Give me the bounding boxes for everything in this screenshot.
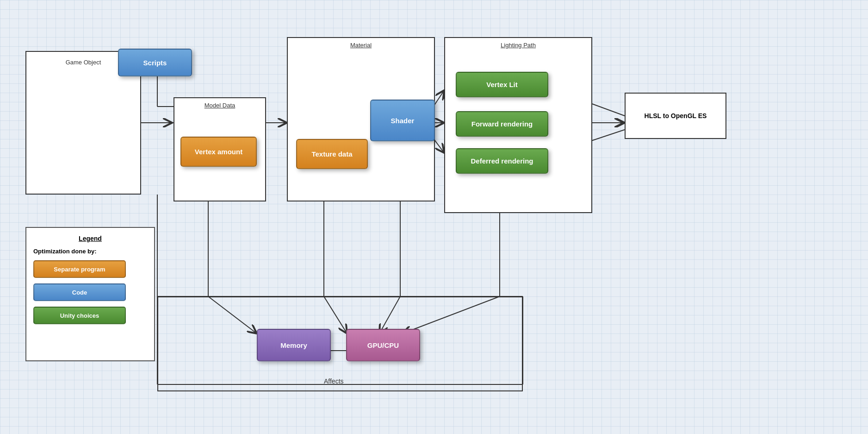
- deferred-rendering-node: Deferred rendering: [456, 148, 548, 174]
- legend-item-separate: Separate program: [33, 260, 126, 278]
- material-label: Material: [350, 42, 372, 49]
- legend-subtitle: Optimization done by:: [33, 248, 147, 255]
- vertex-lit-label: Vertex Lit: [486, 81, 518, 88]
- hlsl-box: HLSL to OpenGL ES: [625, 93, 726, 139]
- legend-item-code: Code: [33, 283, 126, 301]
- vertex-lit-node: Vertex Lit: [456, 72, 548, 97]
- texture-data-label: Texture data: [311, 150, 352, 158]
- texture-data-node: Texture data: [296, 139, 368, 169]
- hlsl-label: HLSL to OpenGL ES: [645, 112, 707, 120]
- shader-label: Shader: [391, 117, 415, 125]
- forward-rendering-label: Forward rendering: [471, 120, 533, 128]
- deferred-rendering-label: Deferred rendering: [471, 157, 533, 165]
- vertex-amount-label: Vertex amount: [195, 148, 242, 156]
- affects-box: [157, 296, 523, 391]
- legend-box: Legend Optimization done by: Separate pr…: [25, 227, 155, 361]
- diagram: Game Object Scripts Model Data Vertex am…: [0, 0, 868, 434]
- legend-title: Legend: [33, 235, 147, 242]
- shader-node: Shader: [370, 100, 435, 141]
- lighting-path-label: Lighting Path: [501, 42, 536, 49]
- model-data-label: Model Data: [205, 102, 235, 109]
- vertex-amount-node: Vertex amount: [180, 137, 257, 167]
- game-object-label: Game Object: [66, 59, 101, 66]
- legend-item-unity: Unity choices: [33, 307, 126, 324]
- forward-rendering-node: Forward rendering: [456, 111, 548, 137]
- scripts-node: Scripts: [118, 49, 192, 76]
- scripts-label: Scripts: [143, 59, 167, 67]
